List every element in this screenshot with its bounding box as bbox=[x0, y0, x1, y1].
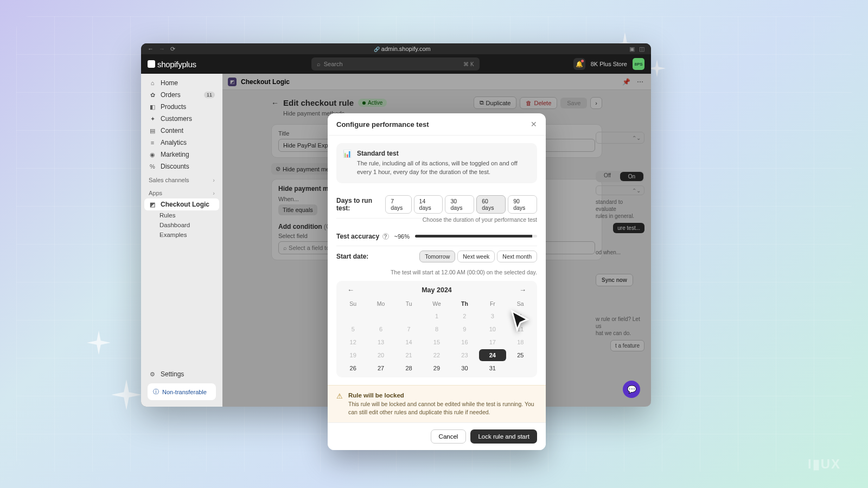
calendar-dow: Tu bbox=[395, 298, 422, 309]
help-icon[interactable]: ? bbox=[382, 233, 389, 240]
standard-test-info: 📊 Standard test The rule, including all … bbox=[336, 143, 537, 183]
days-option[interactable]: 30 days bbox=[445, 195, 474, 214]
search-icon: ⌕ bbox=[317, 61, 321, 67]
days-option[interactable]: 7 days bbox=[385, 195, 411, 214]
sidebar-section-apps[interactable]: Apps› bbox=[144, 185, 219, 198]
calendar-day[interactable]: 29 bbox=[423, 362, 450, 374]
calendar-day: 16 bbox=[451, 336, 478, 348]
calendar-day[interactable]: 30 bbox=[451, 362, 478, 374]
standard-test-desc: The rule, including all of its actions, … bbox=[357, 159, 531, 177]
calendar-day[interactable]: 26 bbox=[340, 362, 366, 374]
calendar-day[interactable]: 31 bbox=[479, 362, 506, 374]
warning-title: Rule will be locked bbox=[348, 392, 537, 399]
nav-icon: % bbox=[149, 163, 156, 170]
reader-icon[interactable]: ▣ bbox=[629, 46, 635, 53]
calendar-day: 7 bbox=[395, 323, 422, 335]
sidebar-settings[interactable]: ⚙ Settings bbox=[144, 368, 219, 380]
avatar[interactable]: 8PS bbox=[633, 58, 644, 70]
days-option[interactable]: 90 days bbox=[508, 195, 537, 214]
sidebar-item-content[interactable]: ▤Content bbox=[144, 125, 219, 137]
sidebar-item-home[interactable]: ⌂Home bbox=[144, 77, 219, 89]
calendar-day bbox=[367, 310, 394, 322]
modal-title: Configure performance test bbox=[336, 120, 429, 129]
close-icon[interactable]: ✕ bbox=[531, 120, 537, 129]
sidebar-item-customers[interactable]: ✦Customers bbox=[144, 113, 219, 125]
sidebar-item-discounts[interactable]: %Discounts bbox=[144, 160, 219, 172]
calendar-dow: Su bbox=[340, 298, 366, 309]
calendar-day: 17 bbox=[479, 336, 506, 348]
calendar-day: 8 bbox=[423, 323, 450, 335]
nav-icon: ✦ bbox=[149, 115, 156, 123]
app-icon: ◩ bbox=[149, 201, 156, 208]
sidebar-item-analytics[interactable]: ≡Analytics bbox=[144, 137, 219, 149]
start-help-text: The test will start at 12.00 AM (00:00) … bbox=[336, 269, 537, 275]
nav-icon: ⌂ bbox=[149, 80, 156, 86]
calendar-day: 23 bbox=[451, 349, 478, 361]
sidebar-item-products[interactable]: ◧Products bbox=[144, 101, 219, 113]
calendar: ← May 2024 → SuMoTuWeThFrSa1234567891011… bbox=[336, 281, 537, 377]
calendar-day: 22 bbox=[423, 349, 450, 361]
gear-icon: ⚙ bbox=[149, 371, 156, 378]
start-option[interactable]: Tomorrow bbox=[419, 251, 455, 262]
watermark: I▮UX bbox=[808, 457, 841, 472]
calendar-dow: Mo bbox=[367, 298, 394, 309]
non-transferable-badge[interactable]: Non-transferable bbox=[148, 383, 216, 400]
calendar-day: 15 bbox=[423, 336, 450, 348]
sidebar-sub-rules[interactable]: Rules bbox=[144, 210, 219, 220]
calendar-day: 10 bbox=[479, 323, 506, 335]
browser-forward-icon[interactable]: → bbox=[159, 46, 165, 52]
sidebar-sub-dashboard[interactable]: Dashboard bbox=[144, 220, 219, 230]
accuracy-bar bbox=[415, 235, 537, 237]
chat-fab[interactable]: 💬 bbox=[623, 381, 640, 398]
sidebar-icon[interactable]: ◫ bbox=[639, 46, 644, 53]
sidebar-item-marketing[interactable]: ◉Marketing bbox=[144, 149, 219, 160]
calendar-day[interactable]: 25 bbox=[507, 349, 534, 361]
browser-chrome-bar: ← → ⟳ admin.shopify.com ▣◫ bbox=[141, 43, 651, 54]
days-option[interactable]: 14 days bbox=[414, 195, 443, 214]
calendar-day: 2 bbox=[451, 310, 478, 322]
shopify-logo[interactable]: shopifyplus bbox=[148, 60, 196, 69]
search-input[interactable]: ⌕ Search ⌘ K bbox=[311, 57, 480, 70]
sparkle-decoration bbox=[111, 380, 142, 410]
calendar-day[interactable]: 24 bbox=[479, 349, 506, 361]
calendar-day: 6 bbox=[367, 323, 394, 335]
calendar-dow: Th bbox=[451, 298, 478, 309]
bar-chart-icon: 📊 bbox=[343, 150, 352, 177]
lock-and-start-button[interactable]: Lock rule and start bbox=[470, 429, 537, 444]
browser-back-icon[interactable]: ← bbox=[148, 46, 154, 52]
nav-icon: ✿ bbox=[149, 92, 156, 99]
calendar-day bbox=[340, 310, 366, 322]
calendar-day: 3 bbox=[479, 310, 506, 322]
calendar-day: 19 bbox=[340, 349, 366, 361]
accuracy-value: ~96% bbox=[394, 233, 410, 240]
calendar-prev-button[interactable]: ← bbox=[342, 284, 360, 296]
days-option[interactable]: 60 days bbox=[476, 195, 506, 214]
calendar-dow: Sa bbox=[507, 298, 534, 309]
browser-reload-icon[interactable]: ⟳ bbox=[170, 46, 175, 53]
notifications-button[interactable]: 🔔 bbox=[573, 58, 585, 70]
nav-badge: 11 bbox=[204, 92, 215, 98]
warning-desc: This rule will be locked and cannot be e… bbox=[348, 400, 537, 416]
sidebar-app-checkout-logic[interactable]: ◩ Checkout Logic bbox=[144, 198, 219, 210]
cancel-button[interactable]: Cancel bbox=[431, 429, 467, 444]
sparkle-decoration bbox=[87, 331, 111, 355]
sidebar-sub-examples[interactable]: Examples bbox=[144, 230, 219, 240]
calendar-day: 13 bbox=[367, 336, 394, 348]
store-name[interactable]: 8K Plus Store bbox=[591, 61, 627, 67]
nav-icon: ≡ bbox=[149, 139, 156, 146]
start-option[interactable]: Next week bbox=[457, 251, 495, 262]
calendar-day: 12 bbox=[340, 336, 366, 348]
sidebar-section-channels[interactable]: Sales channels› bbox=[144, 172, 219, 185]
start-option[interactable]: Next month bbox=[497, 251, 537, 262]
calendar-day: 14 bbox=[395, 336, 422, 348]
calendar-day[interactable]: 28 bbox=[395, 362, 422, 374]
browser-url[interactable]: admin.shopify.com bbox=[181, 46, 624, 52]
days-segmented-control: 7 days14 days30 days60 days90 days bbox=[385, 195, 537, 214]
calendar-day[interactable]: 27 bbox=[367, 362, 394, 374]
search-placeholder: Search bbox=[324, 61, 343, 67]
sidebar-item-orders[interactable]: ✿Orders11 bbox=[144, 89, 219, 101]
calendar-next-button[interactable]: → bbox=[514, 284, 532, 296]
warning-icon: ⚠ bbox=[336, 392, 343, 416]
start-date-label: Start date: bbox=[336, 253, 368, 260]
nav-icon: ◧ bbox=[149, 104, 156, 111]
